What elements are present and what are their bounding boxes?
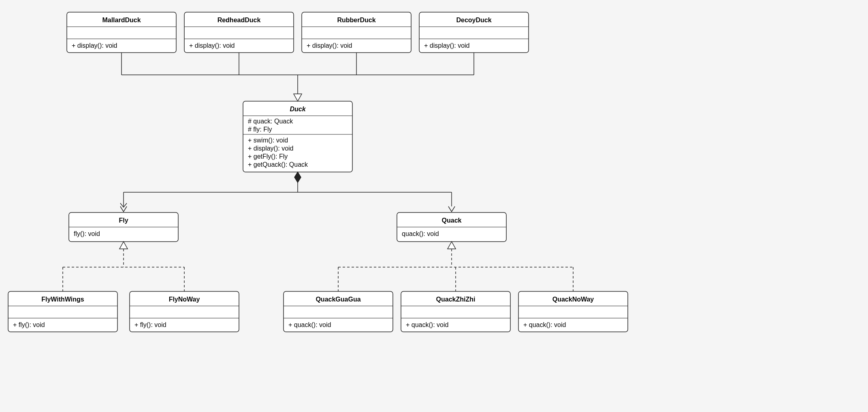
class-title: QuackNoWay (552, 296, 594, 303)
class-method: quack(): void (402, 230, 439, 237)
realization-quack-impls (338, 242, 573, 291)
class-title: Duck (290, 106, 306, 113)
class-method: + quack(): void (288, 321, 331, 328)
class-title: RedheadDuck (218, 17, 261, 23)
class-decoyduck: DecoyDuck + display(): void (419, 12, 529, 53)
class-method: fly(): void (74, 230, 100, 237)
class-quack: Quack quack(): void (397, 212, 506, 242)
class-duck: Duck # quack: Quack # fly: Fly + swim():… (243, 101, 352, 172)
class-method: + getQuack(): Quack (248, 161, 308, 168)
class-method: + getFly(): Fly (248, 153, 288, 160)
class-title: Fly (119, 217, 128, 224)
class-title: FlyWithWings (41, 296, 84, 303)
svg-marker-40 (294, 94, 302, 101)
class-mallardduck: MallardDuck + display(): void (67, 12, 176, 53)
class-method: + fly(): void (134, 321, 166, 328)
class-method: + quack(): void (406, 321, 448, 328)
svg-marker-52 (448, 242, 456, 249)
class-title: DecoyDuck (456, 17, 491, 23)
class-title: QuackZhiZhi (436, 296, 476, 303)
class-flynoway: FlyNoWay + fly(): void (130, 291, 239, 332)
class-title: RubberDuck (337, 17, 375, 23)
svg-marker-41 (294, 172, 301, 183)
class-method: + display(): void (424, 42, 470, 49)
class-method: + fly(): void (13, 321, 45, 328)
class-rubberduck: RubberDuck + display(): void (302, 12, 411, 53)
class-title: Quack (442, 217, 462, 224)
generalization-ducks-to-duck (122, 53, 474, 101)
class-quackzhizhi: QuackZhiZhi + quack(): void (401, 291, 510, 332)
class-redheadduck: RedheadDuck + display(): void (184, 12, 294, 53)
class-fly: Fly fly(): void (69, 212, 178, 242)
class-method: + display(): void (72, 42, 117, 49)
class-title: QuackGuaGua (316, 296, 360, 303)
class-quacknoway: QuackNoWay + quack(): void (518, 291, 628, 332)
class-method: + swim(): void (248, 137, 288, 144)
realization-fly-impls (63, 242, 184, 291)
svg-marker-47 (119, 242, 128, 249)
class-method: + display(): void (189, 42, 235, 49)
class-title: FlyNoWay (169, 296, 200, 303)
composition-duck-to-behaviors (120, 172, 455, 212)
class-method: + quack(): void (523, 321, 566, 328)
class-attribute: # fly: Fly (248, 126, 272, 133)
class-method: + display(): void (307, 42, 352, 49)
uml-diagram: MallardDuck + display(): void RedheadDuc… (0, 0, 868, 412)
class-method: + display(): void (248, 145, 294, 152)
class-attribute: # quack: Quack (248, 118, 293, 125)
class-quackguagua: QuackGuaGua + quack(): void (284, 291, 393, 332)
class-title: MallardDuck (102, 17, 141, 23)
class-flywithwings: FlyWithWings + fly(): void (8, 291, 117, 332)
